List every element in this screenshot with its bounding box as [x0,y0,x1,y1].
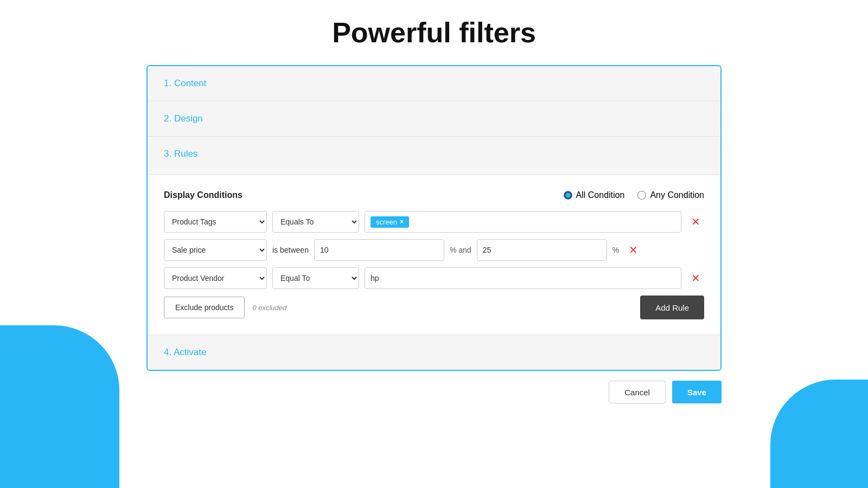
excluded-count-label: 0 excluded [252,304,286,312]
conditions-footer: Exclude products 0 excluded Add Rule [164,296,704,319]
section-design-link[interactable]: 2. Design [164,113,203,124]
radio-all-condition[interactable]: All Condition [564,190,625,200]
rule2-value-from[interactable] [314,239,444,261]
section-rules: 3. Rules [148,137,720,175]
cancel-button[interactable]: Cancel [609,381,666,403]
section-activate: 4. Activate [148,335,720,370]
conditions-label: Display Conditions [164,190,242,200]
condition-radio-group: All Condition Any Condition [564,190,704,200]
footer-left: Exclude products 0 excluded [164,297,286,318]
rule2-type-select[interactable]: Sale price Product Tags Product Vendor P… [164,239,267,261]
save-button[interactable]: Save [672,381,722,403]
exclude-products-button[interactable]: Exclude products [164,297,245,318]
rule3-delete-button[interactable]: ✕ [687,269,704,287]
rule1-condition-select[interactable]: Equals To Not Equals To Contains Not Con… [272,211,359,233]
rule-row-2: Sale price Product Tags Product Vendor P… [164,239,704,261]
add-rule-button[interactable]: Add Rule [640,296,704,319]
radio-any-condition[interactable]: Any Condition [637,190,704,200]
radio-any-label: Any Condition [650,190,704,200]
main-card: 1. Content 2. Design 3. Rules Display Co… [146,65,722,371]
conditions-header: Display Conditions All Condition Any Con… [164,190,704,200]
rule1-delete-button[interactable]: ✕ [687,213,704,230]
rule3-type-select[interactable]: Product Vendor Product Tags Sale price P… [164,267,267,289]
radio-any-input[interactable] [637,191,646,200]
rule2-between-label: is between [272,246,309,254]
display-conditions-area: Display Conditions All Condition Any Con… [148,175,720,335]
rule1-tag-badge: screen × [371,216,409,228]
rule1-tag-close-icon[interactable]: × [400,219,404,225]
rule-row-1: Product Tags Sale price Product Vendor P… [164,211,704,233]
radio-all-label: All Condition [576,190,625,200]
rule3-vendor-input[interactable] [365,267,681,289]
rule1-tag-container: screen × [365,211,681,233]
section-activate-link[interactable]: 4. Activate [164,347,206,357]
bottom-bar: Cancel Save [146,381,722,403]
section-design: 2. Design [148,101,720,137]
rule-row-3: Product Vendor Product Tags Sale price P… [164,267,704,289]
radio-all-input[interactable] [564,191,572,200]
rule2-percent-label: % [612,246,619,254]
rules-section-title: 3. Rules [164,149,704,159]
rule1-type-select[interactable]: Product Tags Sale price Product Vendor P… [164,211,267,233]
rule3-condition-select[interactable]: Equal To Not Equal To Contains Not Conta… [272,267,359,289]
rule2-delete-button[interactable]: ✕ [624,241,642,259]
section-content-link[interactable]: 1. Content [164,78,206,88]
rule2-percent-and-label: % and [450,246,471,254]
rule2-value-to[interactable] [477,239,607,261]
section-content: 1. Content [148,66,720,101]
page-title: Powerful filters [332,16,536,49]
rule1-tag-text: screen [376,218,397,226]
